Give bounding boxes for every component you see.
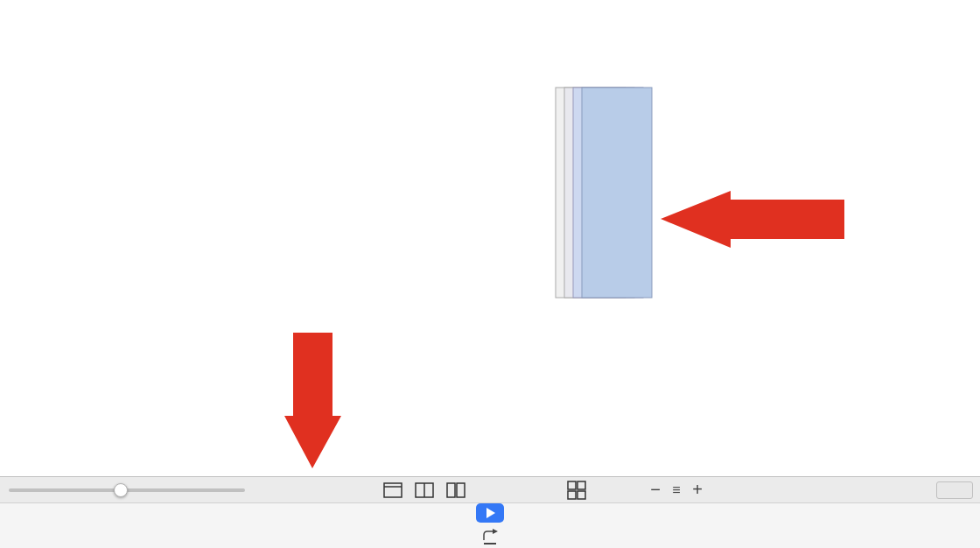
step-over-btn[interactable] [475,524,505,548]
bottom-toolbar: DrawDemo › Thread 1 › 0 mach_msg_trap (l… [0,502,980,548]
svg-rect-3 [582,88,652,298]
svg-rect-14 [568,491,576,499]
svg-marker-5 [284,333,341,468]
svg-rect-6 [384,483,402,497]
svg-rect-10 [447,483,455,497]
svg-marker-4 [661,191,844,248]
canvas-area [0,0,980,476]
zoom-equals-btn[interactable]: ≡ [667,481,686,500]
scrubber-bar: − ≡ + [0,476,980,502]
arrow-down [284,333,341,468]
continue-btn[interactable] [476,503,504,523]
svg-rect-12 [568,481,576,489]
layout-icon-3[interactable] [444,481,468,500]
right-mini-box [936,481,973,499]
svg-marker-16 [486,508,495,518]
zoom-minus-btn[interactable]: − [646,481,665,500]
zoom-plus-btn[interactable]: + [688,481,707,500]
svg-rect-13 [578,481,585,489]
svg-rect-11 [457,483,465,497]
arrow-left [661,191,844,248]
scrubber-track[interactable] [9,488,245,492]
grid-icon-btn[interactable] [564,481,589,500]
svg-rect-15 [578,491,585,499]
scrubber-thumb[interactable] [114,483,128,497]
svg-marker-18 [493,529,498,534]
layout-icon-2[interactable] [412,481,437,500]
thread-graphic [547,83,669,311]
layout-icon-1[interactable] [381,481,405,500]
